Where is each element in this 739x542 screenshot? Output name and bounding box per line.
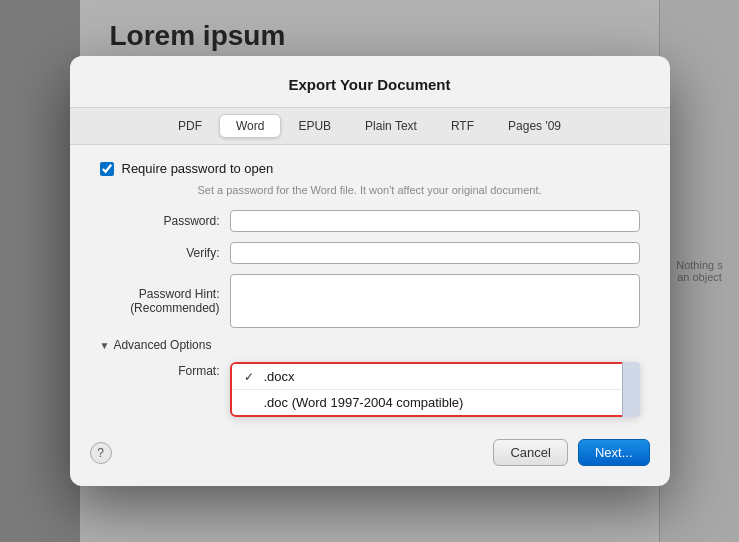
format-option-docx[interactable]: ✓ .docx [232, 364, 638, 390]
advanced-options-header[interactable]: ▼ Advanced Options [100, 338, 640, 352]
chevron-down-icon: ▼ [100, 340, 110, 351]
footer-buttons: Cancel Next... [493, 439, 649, 466]
password-label: Password: [100, 214, 230, 228]
tab-pages[interactable]: Pages '09 [491, 114, 578, 138]
hint-textarea[interactable] [230, 274, 640, 328]
cancel-button[interactable]: Cancel [493, 439, 567, 466]
require-password-checkbox[interactable] [100, 162, 114, 176]
format-label: Format: [100, 362, 230, 378]
tab-pdf[interactable]: PDF [161, 114, 219, 138]
advanced-options-label: Advanced Options [113, 338, 211, 352]
tab-epub[interactable]: EPUB [281, 114, 348, 138]
verify-label: Verify: [100, 246, 230, 260]
format-row: Format: ✓ .docx .doc (Word 1997-2004 com… [100, 362, 640, 417]
password-checkbox-row: Require password to open [100, 161, 640, 176]
hint-label: Password Hint: (Recommended) [100, 287, 230, 315]
dialog-title: Export Your Document [70, 56, 670, 107]
verify-row: Verify: [100, 242, 640, 264]
format-dropdown-container: ✓ .docx .doc (Word 1997-2004 compatible) [230, 362, 640, 417]
dropdown-scrollbar [622, 362, 640, 417]
modal-body: Require password to open Set a password … [70, 145, 670, 427]
password-input[interactable] [230, 210, 640, 232]
password-hint-text: Set a password for the Word file. It won… [100, 184, 640, 196]
checkmark-icon: ✓ [244, 370, 258, 384]
modal-footer: ? Cancel Next... [70, 427, 670, 466]
format-doc-label: .doc (Word 1997-2004 compatible) [264, 395, 464, 410]
modal-overlay: Export Your Document PDF Word EPUB Plain… [0, 0, 739, 542]
tab-rtf[interactable]: RTF [434, 114, 491, 138]
require-password-label: Require password to open [122, 161, 274, 176]
export-dialog: Export Your Document PDF Word EPUB Plain… [70, 56, 670, 486]
tab-word[interactable]: Word [219, 114, 281, 138]
next-button[interactable]: Next... [578, 439, 650, 466]
verify-input[interactable] [230, 242, 640, 264]
password-row: Password: [100, 210, 640, 232]
help-button[interactable]: ? [90, 442, 112, 464]
tab-bar: PDF Word EPUB Plain Text RTF Pages '09 [70, 107, 670, 145]
hint-row: Password Hint: (Recommended) [100, 274, 640, 328]
format-option-doc[interactable]: .doc (Word 1997-2004 compatible) [232, 390, 638, 415]
format-dropdown[interactable]: ✓ .docx .doc (Word 1997-2004 compatible) [230, 362, 640, 417]
format-docx-label: .docx [264, 369, 295, 384]
tab-plain-text[interactable]: Plain Text [348, 114, 434, 138]
